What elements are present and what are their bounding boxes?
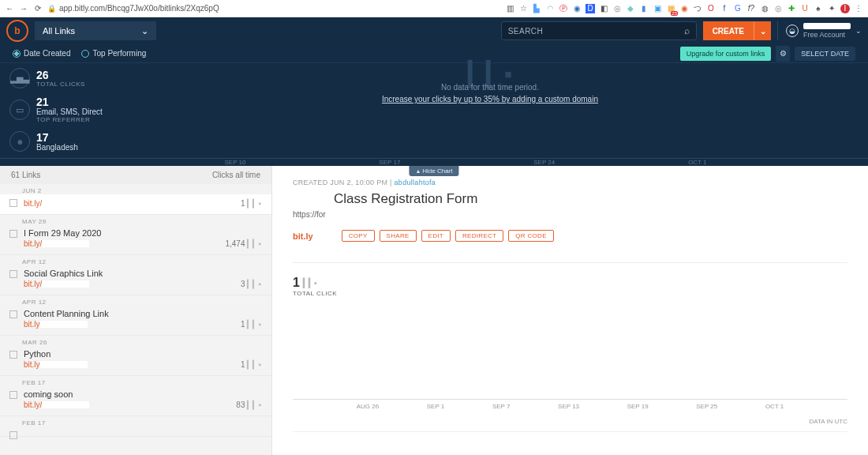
- hero-section: Date Created Top Performing Upgrade for …: [0, 44, 868, 166]
- extensions-icon[interactable]: ✦: [827, 4, 836, 13]
- links-sidebar: 61 Links Clicks all time JUN 2bit.ly/1 ▎…: [0, 166, 272, 455]
- search-icon[interactable]: ⌕: [684, 25, 690, 36]
- axis-tick: SEP 17: [379, 159, 400, 166]
- axis-tick: OCT 1: [688, 159, 706, 166]
- ext-icon[interactable]: ▦25: [666, 4, 675, 13]
- search-input[interactable]: [508, 27, 684, 36]
- chevron-down-icon[interactable]: ⌄: [754, 21, 771, 40]
- link-checkbox[interactable]: [9, 270, 17, 278]
- edit-button[interactable]: EDIT: [421, 230, 451, 242]
- axis-tick: OCT 1: [765, 403, 784, 410]
- bitly-logo[interactable]: b: [6, 20, 28, 42]
- ext-icon[interactable]: ◍: [760, 4, 769, 13]
- back-icon[interactable]: ←: [5, 4, 14, 13]
- stat-label: TOP REFERRER: [36, 116, 103, 123]
- mini-chart-axis: AUG 26 SEP 1 SEP 7 SEP 13 SEP 19 SEP 25 …: [293, 400, 847, 413]
- browser-bar: ← → ⟳ 🔒 app.bitly.com/Bhcqg7JwX0o/bitlin…: [0, 0, 868, 17]
- stat-label: TOTAL CLICKS: [36, 81, 85, 88]
- link-short-url[interactable]: bit.ly/: [24, 199, 260, 208]
- chart-cta-link[interactable]: Increase your clicks by up to 35% by add…: [382, 95, 598, 103]
- facebook-icon[interactable]: f: [720, 4, 729, 13]
- link-click-count: 3 ▎▎▪: [241, 280, 260, 288]
- link-item[interactable]: bit.ly/1 ▎▎▪: [0, 194, 271, 215]
- link-checkbox[interactable]: [9, 431, 17, 439]
- ext-icon[interactable]: ▙: [532, 4, 541, 13]
- create-button[interactable]: CREATE ⌄: [703, 21, 771, 40]
- account-menu[interactable]: ◒ Free Account ⌄: [777, 21, 862, 40]
- opera-icon[interactable]: O: [706, 4, 716, 13]
- axis-tick: SEP 7: [492, 403, 511, 410]
- stat-mid: Bangladesh: [36, 143, 78, 152]
- ext-icon[interactable]: ◎: [612, 4, 622, 13]
- tune-icon[interactable]: ⚙: [776, 46, 790, 62]
- bars-icon: ▂▅▃: [9, 68, 30, 88]
- ext-icon[interactable]: ▣: [653, 4, 662, 13]
- axis-tick: AUG 26: [357, 403, 379, 410]
- detail-crumb: CREATED JUN 2, 10:00 PM | abdullahtofa: [293, 179, 847, 186]
- link-short-url[interactable]: bit.ly: [24, 320, 260, 329]
- link-short-url[interactable]: bit.ly: [24, 360, 260, 369]
- link-checkbox[interactable]: [9, 310, 17, 318]
- crumb-created: CREATED JUN 2, 10:00 PM: [293, 179, 387, 186]
- upgrade-custom-links[interactable]: Upgrade for custom links: [680, 47, 772, 61]
- link-checkbox[interactable]: [9, 391, 17, 399]
- reload-icon[interactable]: ⟳: [33, 4, 43, 13]
- link-item[interactable]: Pythonbit.ly1 ▎▎▪: [0, 346, 271, 376]
- sort-label[interactable]: Clicks all time: [212, 171, 260, 179]
- chart-empty-text: No data for that time period.: [441, 83, 539, 92]
- qrcode-button[interactable]: QR CODE: [508, 230, 553, 242]
- chevron-down-icon: ⌄: [141, 26, 148, 36]
- stats-row: ▂▅▃ 26TOTAL CLICKS ▭ 21Email, SMS, Direc…: [0, 63, 868, 158]
- link-checkbox[interactable]: [9, 230, 17, 238]
- ext-icon[interactable]: f?: [746, 4, 756, 13]
- link-checkbox[interactable]: [9, 351, 17, 359]
- bars-icon: ▎▎▪: [247, 400, 260, 409]
- ext-icon[interactable]: ◠: [545, 4, 555, 13]
- ext-icon[interactable]: ♠: [814, 4, 823, 13]
- link-item[interactable]: Social Graphics Linkbit.ly/3 ▎▎▪: [0, 265, 271, 295]
- ext-icon[interactable]: ◧: [599, 4, 608, 13]
- detail-short-url[interactable]: bit.ly: [293, 231, 313, 241]
- ext-icon[interactable]: U: [800, 4, 810, 13]
- ext-icon[interactable]: ▮: [639, 4, 649, 13]
- profile-icon[interactable]: I: [840, 4, 850, 13]
- link-checkbox[interactable]: [9, 199, 17, 207]
- hide-chart-button[interactable]: ▲ Hide Chart: [409, 166, 458, 176]
- links-dropdown[interactable]: All Links ⌄: [35, 21, 156, 40]
- pinterest-icon[interactable]: Ⓟ: [559, 4, 568, 13]
- share-button[interactable]: SHARE: [380, 230, 417, 242]
- ext-icon[interactable]: ◆: [626, 4, 635, 13]
- filter-top-performing[interactable]: Top Performing: [81, 49, 146, 58]
- ext-icon[interactable]: ✚: [787, 4, 796, 13]
- ext-icon[interactable]: つ: [693, 4, 702, 13]
- link-date: APR 12: [0, 295, 271, 306]
- search-wrapper[interactable]: ⌕: [501, 21, 697, 40]
- bars-icon: ▎▎▪: [247, 199, 260, 208]
- menu-icon[interactable]: ⋮: [854, 4, 863, 13]
- redirect-button[interactable]: REDIRECT: [455, 230, 503, 242]
- ext-icon[interactable]: G: [733, 4, 743, 13]
- link-item[interactable]: I Form 29 May 2020bit.ly/1,474 ▎▎▪: [0, 225, 271, 255]
- ext-icon[interactable]: ◉: [572, 4, 582, 13]
- ext-icon[interactable]: ☆: [518, 4, 528, 13]
- copy-button[interactable]: COPY: [342, 230, 375, 242]
- ext-icon[interactable]: ◉: [679, 4, 689, 13]
- ext-icon[interactable]: ◎: [773, 4, 783, 13]
- url-bar[interactable]: 🔒 app.bitly.com/Bhcqg7JwX0o/bitlinks/2Xq…: [47, 4, 219, 13]
- ext-icon[interactable]: ▥: [505, 4, 514, 13]
- link-item[interactable]: [0, 427, 271, 437]
- filter-row: Date Created Top Performing Upgrade for …: [0, 44, 868, 63]
- forward-icon[interactable]: →: [19, 4, 28, 13]
- chevron-down-icon: ⌄: [855, 27, 862, 35]
- card-icon: ▭: [9, 100, 30, 120]
- link-item[interactable]: Content Planning Linkbit.ly1 ▎▎▪: [0, 306, 271, 336]
- stat-number: 26: [36, 70, 85, 81]
- bars-icon: ▎▎▪: [303, 278, 316, 288]
- select-date-button[interactable]: SELECT DATE: [795, 47, 855, 61]
- ext-icon[interactable]: D: [586, 4, 595, 13]
- link-short-url[interactable]: bit.ly/: [24, 400, 260, 409]
- link-item[interactable]: coming soonbit.ly/83 ▎▎▪: [0, 386, 271, 416]
- crumb-user[interactable]: abdullahtofa: [395, 179, 436, 186]
- link-short-url[interactable]: bit.ly/: [24, 280, 260, 288]
- filter-date-created[interactable]: Date Created: [13, 49, 70, 58]
